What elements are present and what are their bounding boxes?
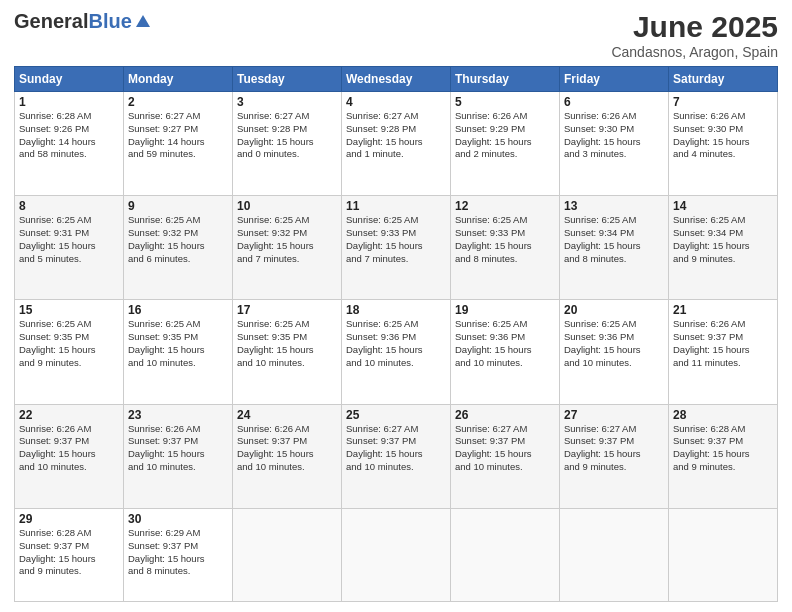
table-row: 30Sunrise: 6:29 AM Sunset: 9:37 PM Dayli… xyxy=(124,508,233,601)
table-row: 28Sunrise: 6:28 AM Sunset: 9:37 PM Dayli… xyxy=(669,404,778,508)
table-row: 26Sunrise: 6:27 AM Sunset: 9:37 PM Dayli… xyxy=(451,404,560,508)
table-row: 14Sunrise: 6:25 AM Sunset: 9:34 PM Dayli… xyxy=(669,196,778,300)
day-number: 10 xyxy=(237,199,337,213)
page: GeneralBlue June 2025 Candasnos, Aragon,… xyxy=(0,0,792,612)
day-info: Sunrise: 6:26 AM Sunset: 9:37 PM Dayligh… xyxy=(128,423,228,474)
day-number: 24 xyxy=(237,408,337,422)
col-monday: Monday xyxy=(124,67,233,92)
day-info: Sunrise: 6:26 AM Sunset: 9:30 PM Dayligh… xyxy=(564,110,664,161)
day-info: Sunrise: 6:27 AM Sunset: 9:27 PM Dayligh… xyxy=(128,110,228,161)
table-row: 2Sunrise: 6:27 AM Sunset: 9:27 PM Daylig… xyxy=(124,92,233,196)
day-info: Sunrise: 6:28 AM Sunset: 9:37 PM Dayligh… xyxy=(673,423,773,474)
header: GeneralBlue June 2025 Candasnos, Aragon,… xyxy=(14,10,778,60)
day-number: 13 xyxy=(564,199,664,213)
day-number: 23 xyxy=(128,408,228,422)
day-number: 27 xyxy=(564,408,664,422)
table-row: 13Sunrise: 6:25 AM Sunset: 9:34 PM Dayli… xyxy=(560,196,669,300)
table-row: 22Sunrise: 6:26 AM Sunset: 9:37 PM Dayli… xyxy=(15,404,124,508)
day-number: 22 xyxy=(19,408,119,422)
day-info: Sunrise: 6:27 AM Sunset: 9:37 PM Dayligh… xyxy=(564,423,664,474)
day-number: 7 xyxy=(673,95,773,109)
table-row: 29Sunrise: 6:28 AM Sunset: 9:37 PM Dayli… xyxy=(15,508,124,601)
day-number: 3 xyxy=(237,95,337,109)
day-info: Sunrise: 6:25 AM Sunset: 9:36 PM Dayligh… xyxy=(346,318,446,369)
day-number: 17 xyxy=(237,303,337,317)
svg-marker-0 xyxy=(136,15,150,27)
day-number: 18 xyxy=(346,303,446,317)
day-number: 19 xyxy=(455,303,555,317)
month-title: June 2025 xyxy=(611,10,778,44)
table-row: 18Sunrise: 6:25 AM Sunset: 9:36 PM Dayli… xyxy=(342,300,451,404)
location: Candasnos, Aragon, Spain xyxy=(611,44,778,60)
day-number: 11 xyxy=(346,199,446,213)
day-info: Sunrise: 6:26 AM Sunset: 9:37 PM Dayligh… xyxy=(673,318,773,369)
day-info: Sunrise: 6:27 AM Sunset: 9:37 PM Dayligh… xyxy=(346,423,446,474)
table-row xyxy=(669,508,778,601)
day-info: Sunrise: 6:25 AM Sunset: 9:34 PM Dayligh… xyxy=(673,214,773,265)
day-info: Sunrise: 6:25 AM Sunset: 9:36 PM Dayligh… xyxy=(455,318,555,369)
table-row: 25Sunrise: 6:27 AM Sunset: 9:37 PM Dayli… xyxy=(342,404,451,508)
table-row xyxy=(451,508,560,601)
day-number: 12 xyxy=(455,199,555,213)
table-row: 16Sunrise: 6:25 AM Sunset: 9:35 PM Dayli… xyxy=(124,300,233,404)
table-row xyxy=(233,508,342,601)
table-row: 11Sunrise: 6:25 AM Sunset: 9:33 PM Dayli… xyxy=(342,196,451,300)
day-number: 28 xyxy=(673,408,773,422)
day-number: 20 xyxy=(564,303,664,317)
calendar-header-row: Sunday Monday Tuesday Wednesday Thursday… xyxy=(15,67,778,92)
day-info: Sunrise: 6:25 AM Sunset: 9:35 PM Dayligh… xyxy=(237,318,337,369)
table-row: 19Sunrise: 6:25 AM Sunset: 9:36 PM Dayli… xyxy=(451,300,560,404)
table-row: 10Sunrise: 6:25 AM Sunset: 9:32 PM Dayli… xyxy=(233,196,342,300)
table-row: 20Sunrise: 6:25 AM Sunset: 9:36 PM Dayli… xyxy=(560,300,669,404)
day-number: 30 xyxy=(128,512,228,526)
table-row: 24Sunrise: 6:26 AM Sunset: 9:37 PM Dayli… xyxy=(233,404,342,508)
day-info: Sunrise: 6:25 AM Sunset: 9:32 PM Dayligh… xyxy=(128,214,228,265)
table-row: 12Sunrise: 6:25 AM Sunset: 9:33 PM Dayli… xyxy=(451,196,560,300)
day-info: Sunrise: 6:26 AM Sunset: 9:37 PM Dayligh… xyxy=(237,423,337,474)
day-number: 14 xyxy=(673,199,773,213)
day-info: Sunrise: 6:25 AM Sunset: 9:34 PM Dayligh… xyxy=(564,214,664,265)
day-info: Sunrise: 6:26 AM Sunset: 9:37 PM Dayligh… xyxy=(19,423,119,474)
col-tuesday: Tuesday xyxy=(233,67,342,92)
day-number: 15 xyxy=(19,303,119,317)
col-wednesday: Wednesday xyxy=(342,67,451,92)
table-row: 21Sunrise: 6:26 AM Sunset: 9:37 PM Dayli… xyxy=(669,300,778,404)
col-sunday: Sunday xyxy=(15,67,124,92)
day-info: Sunrise: 6:25 AM Sunset: 9:33 PM Dayligh… xyxy=(455,214,555,265)
table-row: 17Sunrise: 6:25 AM Sunset: 9:35 PM Dayli… xyxy=(233,300,342,404)
table-row: 7Sunrise: 6:26 AM Sunset: 9:30 PM Daylig… xyxy=(669,92,778,196)
calendar: Sunday Monday Tuesday Wednesday Thursday… xyxy=(14,66,778,602)
day-number: 25 xyxy=(346,408,446,422)
day-info: Sunrise: 6:25 AM Sunset: 9:32 PM Dayligh… xyxy=(237,214,337,265)
day-info: Sunrise: 6:26 AM Sunset: 9:30 PM Dayligh… xyxy=(673,110,773,161)
table-row: 9Sunrise: 6:25 AM Sunset: 9:32 PM Daylig… xyxy=(124,196,233,300)
col-thursday: Thursday xyxy=(451,67,560,92)
title-block: June 2025 Candasnos, Aragon, Spain xyxy=(611,10,778,60)
day-info: Sunrise: 6:29 AM Sunset: 9:37 PM Dayligh… xyxy=(128,527,228,578)
day-info: Sunrise: 6:25 AM Sunset: 9:35 PM Dayligh… xyxy=(128,318,228,369)
table-row: 4Sunrise: 6:27 AM Sunset: 9:28 PM Daylig… xyxy=(342,92,451,196)
col-friday: Friday xyxy=(560,67,669,92)
table-row: 15Sunrise: 6:25 AM Sunset: 9:35 PM Dayli… xyxy=(15,300,124,404)
table-row: 5Sunrise: 6:26 AM Sunset: 9:29 PM Daylig… xyxy=(451,92,560,196)
day-number: 2 xyxy=(128,95,228,109)
table-row: 3Sunrise: 6:27 AM Sunset: 9:28 PM Daylig… xyxy=(233,92,342,196)
table-row xyxy=(342,508,451,601)
day-info: Sunrise: 6:26 AM Sunset: 9:29 PM Dayligh… xyxy=(455,110,555,161)
table-row: 23Sunrise: 6:26 AM Sunset: 9:37 PM Dayli… xyxy=(124,404,233,508)
day-info: Sunrise: 6:28 AM Sunset: 9:26 PM Dayligh… xyxy=(19,110,119,161)
table-row xyxy=(560,508,669,601)
col-saturday: Saturday xyxy=(669,67,778,92)
day-info: Sunrise: 6:25 AM Sunset: 9:36 PM Dayligh… xyxy=(564,318,664,369)
logo-general: GeneralBlue xyxy=(14,10,132,33)
day-info: Sunrise: 6:25 AM Sunset: 9:31 PM Dayligh… xyxy=(19,214,119,265)
logo: GeneralBlue xyxy=(14,10,152,33)
table-row: 1Sunrise: 6:28 AM Sunset: 9:26 PM Daylig… xyxy=(15,92,124,196)
day-number: 8 xyxy=(19,199,119,213)
day-info: Sunrise: 6:27 AM Sunset: 9:28 PM Dayligh… xyxy=(346,110,446,161)
day-number: 9 xyxy=(128,199,228,213)
day-number: 1 xyxy=(19,95,119,109)
logo-icon xyxy=(134,13,152,31)
table-row: 8Sunrise: 6:25 AM Sunset: 9:31 PM Daylig… xyxy=(15,196,124,300)
day-number: 4 xyxy=(346,95,446,109)
